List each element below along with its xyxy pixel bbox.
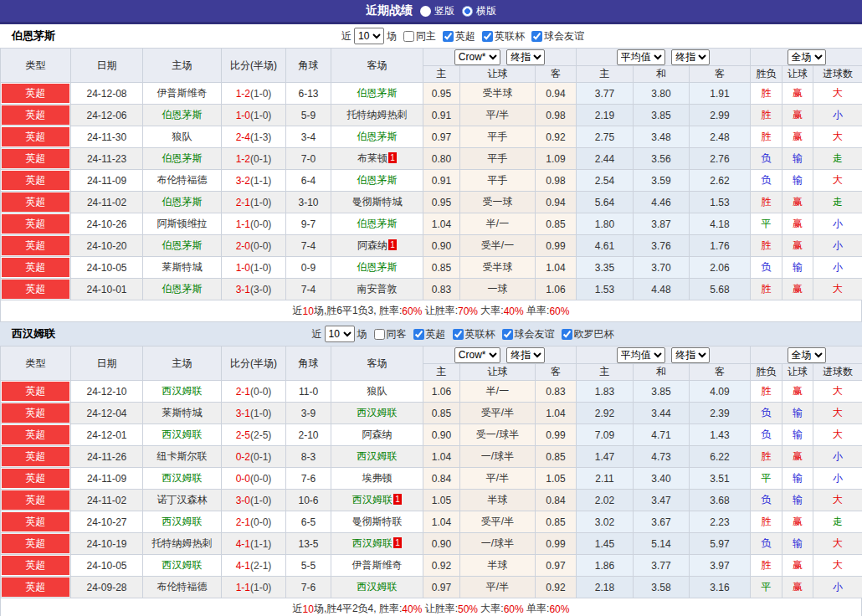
result-handicap-cell: 赢 [782,235,813,257]
asia-home-odds: 1.04 [423,213,460,235]
asia-away-odds: 1.05 [536,468,577,490]
summary-text: 60% [549,305,569,317]
asia-home-odds: 0.97 [423,126,460,148]
away-team-cell: 西汉姆联 [331,403,423,424]
filter-checkbox-英联杯[interactable]: 英联杯 [478,29,525,44]
date-cell: 24-12-06 [71,105,143,126]
euro-draw-odds: 3.85 [634,105,690,126]
asia-odds-time-select[interactable]: 终指 [506,49,545,65]
halftime-score: (0-0) [250,386,271,398]
col-header-date: 日期 [71,49,143,83]
filter-checkbox-同客[interactable]: 同客 [370,327,407,341]
filter-checkbox-欧罗巴杯[interactable]: 欧罗巴杯 [557,327,614,341]
home-team-cell: 莱斯特城 [143,257,222,279]
fulltime-score: 0-2 [236,451,250,463]
col-header-away: 客场 [331,346,423,381]
checkbox-input[interactable] [443,31,454,42]
asia-home-odds: 1.04 [423,446,460,468]
result-goals-cell: 大 [813,126,862,148]
fulltime-group-header: 全场 [751,346,862,364]
subcol-result-handicap: 让球 [782,66,813,83]
summary-text: 40% [402,603,422,615]
filter-checkbox-同主[interactable]: 同主 [399,29,436,44]
filter-checkbox-球会友谊[interactable]: 球会友谊 [498,327,555,341]
filter-prefix-label: 近 [341,29,351,44]
match-row: 英超24-12-08伊普斯维奇1-2(1-0)6-13伯恩茅斯0.95受半球0.… [1,83,862,105]
score-cell: 4-1(2-1) [222,555,286,577]
home-team-cell: 伯恩茅斯 [143,235,222,257]
home-team-cell: 托特纳姆热刺 [143,533,222,555]
euro-odds-time-select[interactable]: 终指 [671,347,710,363]
radio-label-vertical: 竖版 [434,4,454,18]
corners-cell: 10-6 [286,490,331,511]
handicap-cell: 受平/半 [460,403,536,424]
away-team-cell: 曼彻斯特城 [331,192,423,213]
halftime-score: (0-0) [250,516,271,528]
team-name: 伯恩茅斯 [357,87,398,99]
score-cell: 3-1(1-0) [222,403,286,424]
filter-row-1: 伯恩茅斯 近10场同主英超英联杯球会友谊 [0,24,862,48]
home-team-cell: 西汉姆联 [143,468,222,490]
match-row: 英超24-10-05西汉姆联4-1(2-1)5-5伊普斯维奇0.92半球0.97… [1,555,862,577]
layout-radio-horizontal[interactable]: 横版 [462,4,496,18]
handicap-cell: 平/半 [460,105,536,126]
filter-checkbox-英联杯[interactable]: 英联杯 [449,327,495,341]
score-cell: 0-2(0-1) [222,446,286,468]
league-badge: 英超 [2,84,69,103]
filter-checkbox-英超[interactable]: 英超 [439,29,475,44]
checkbox-input[interactable] [453,329,464,340]
euro-away-odds: 6.22 [690,446,751,468]
checkbox-input[interactable] [482,31,493,42]
league-badge: 英超 [2,469,69,488]
asia-home-odds: 1.04 [423,511,460,533]
handicap-cell: 受一/球半 [460,424,536,446]
euro-home-odds: 1.47 [577,446,634,468]
result-wdl-cell: 胜 [751,446,782,468]
result-handicap-cell: 赢 [782,511,813,533]
fulltime-select[interactable]: 全场 [788,49,826,65]
euro-home-odds: 3.77 [577,83,634,105]
corners-cell: 13-5 [286,533,331,555]
team-name: 南安普敦 [357,283,398,295]
league-badge: 英超 [2,382,69,401]
date-cell: 24-11-02 [71,192,143,213]
summary-text: 60% [402,305,422,317]
euro-average-select[interactable]: 平均值 [617,49,665,65]
layout-radio-vertical[interactable]: 竖版 [420,4,454,18]
matches-table-2: 类型 日期 主场 比分(半场) 角球 客场 Crow* 终指 平均值 终指 全场… [0,346,862,598]
home-team-cell: 伯恩茅斯 [143,279,222,300]
score-cell: 2-0(0-0) [222,235,286,257]
halftime-score: (0-0) [250,240,271,252]
euro-average-select[interactable]: 平均值 [617,347,665,363]
summary-text: 60% [549,603,569,615]
fulltime-select[interactable]: 全场 [788,347,826,363]
team-name-title: 西汉姆联 [12,326,55,341]
euro-home-odds: 5.64 [577,192,634,213]
checkbox-input[interactable] [531,31,542,42]
checkbox-input[interactable] [413,329,424,340]
euro-draw-odds: 3.85 [634,381,690,403]
home-team-cell: 伊普斯维奇 [143,83,222,105]
bookmaker-select[interactable]: Crow* [454,49,500,65]
filter-checkbox-球会友谊[interactable]: 球会友谊 [527,29,584,44]
subcol-euro-draw: 和 [634,364,690,381]
home-team-cell: 纽卡斯尔联 [143,446,222,468]
checkbox-input[interactable] [403,31,414,42]
asia-away-odds: 0.94 [536,192,577,213]
euro-draw-odds: 3.47 [634,490,690,511]
bookmaker-select[interactable]: Crow* [454,347,500,363]
checkbox-input[interactable] [374,329,385,340]
euro-home-odds: 2.92 [577,403,634,424]
match-count-select[interactable]: 10 [354,28,384,44]
filter-row-2: 西汉姆联 近10场同客英超英联杯球会友谊欧罗巴杯 [0,322,862,346]
date-cell: 24-10-05 [71,257,143,279]
checkbox-input[interactable] [502,329,513,340]
match-count-select[interactable]: 10 [325,326,355,342]
date-cell: 24-11-23 [71,148,143,170]
subcol-handicap: 让球 [460,364,536,381]
euro-odds-time-select[interactable]: 终指 [671,49,710,65]
asia-odds-time-select[interactable]: 终指 [506,347,545,363]
checkbox-input[interactable] [562,329,572,340]
team-name: 伯恩茅斯 [162,196,203,208]
filter-checkbox-英超[interactable]: 英超 [409,327,446,341]
